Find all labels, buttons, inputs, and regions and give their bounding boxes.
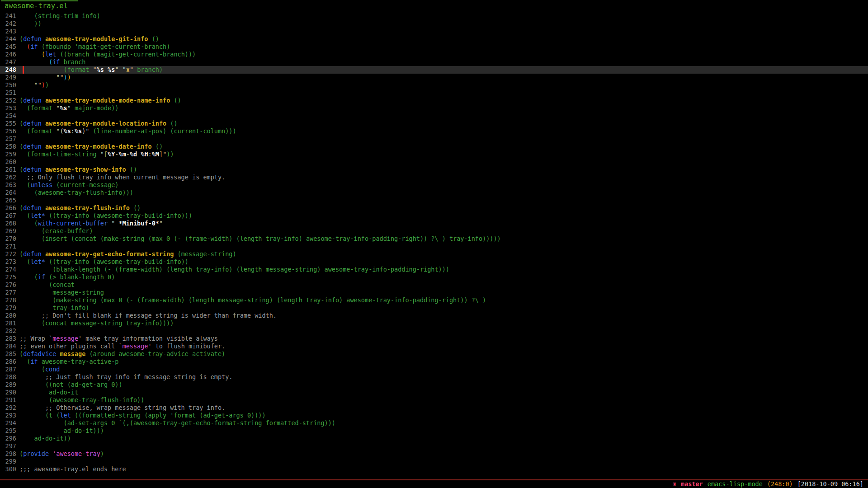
code-text: ;; Wrap `message' make tray information … bbox=[19, 335, 218, 342]
code-text: (if (> blank-length 0) bbox=[19, 273, 115, 281]
code-line[interactable]: 290 ad-do-it bbox=[0, 389, 868, 396]
line-number: 247 bbox=[0, 58, 19, 66]
line-number: 252 bbox=[0, 97, 19, 104]
code-line[interactable]: 249 "")) bbox=[0, 74, 868, 81]
awesome-tray: ♜ master emacs-lisp-mode (248:0) [2018-1… bbox=[0, 480, 868, 488]
code-line[interactable]: 265 bbox=[0, 197, 868, 204]
code-lines[interactable]: 241 (string-trim info)242 ))243244(defun… bbox=[0, 12, 868, 473]
code-line[interactable]: 242 )) bbox=[0, 20, 868, 28]
code-line[interactable]: 268 (with-current-buffer " *Minibuf-0*" bbox=[0, 220, 868, 227]
code-line[interactable]: 272(defun awesome-tray-get-echo-format-s… bbox=[0, 250, 868, 258]
line-number: 268 bbox=[0, 220, 19, 227]
code-line[interactable]: 274 (blank-length (- (frame-width) (leng… bbox=[0, 266, 868, 273]
code-text: (blank-length (- (frame-width) (length t… bbox=[19, 266, 449, 273]
code-line[interactable]: 275 (if (> blank-length 0) bbox=[0, 273, 868, 281]
code-line[interactable]: 264 (awesome-tray-flush-info))) bbox=[0, 189, 868, 197]
code-line[interactable]: 298(provide 'awesome-tray) bbox=[0, 450, 868, 458]
line-number: 271 bbox=[0, 243, 19, 250]
code-line[interactable]: 294 (ad-set-args 0 `(,(awesome-tray-get-… bbox=[0, 419, 868, 427]
code-text: ;; Otherwise, wrap message string with t… bbox=[19, 404, 225, 411]
code-line[interactable]: 297 bbox=[0, 442, 868, 450]
code-line[interactable]: 267 (let* ((tray-info (awesome-tray-buil… bbox=[0, 212, 868, 220]
code-line[interactable]: 285(defadvice message (around awesome-tr… bbox=[0, 350, 868, 358]
code-line[interactable]: 259 (format-time-string "[%Y-%m-%d %H:%M… bbox=[0, 150, 868, 158]
code-line[interactable]: 282 bbox=[0, 327, 868, 335]
code-text: (defun awesome-tray-module-git-info () bbox=[19, 35, 159, 42]
code-line[interactable]: 289 ((not (ad-get-arg 0)) bbox=[0, 381, 868, 389]
line-number: 265 bbox=[0, 197, 19, 204]
code-line[interactable]: 270 (insert (concat (make-string (max 0 … bbox=[0, 235, 868, 243]
code-line[interactable]: 271 bbox=[0, 243, 868, 250]
code-line[interactable]: 244(defun awesome-tray-module-git-info (… bbox=[0, 35, 868, 43]
code-line[interactable]: 250 "")) bbox=[0, 81, 868, 89]
code-line[interactable]: 248 (format "%s %s" "♜" branch) bbox=[0, 66, 868, 74]
code-text: (awesome-tray-flush-info)) bbox=[19, 396, 144, 404]
code-text: (defun awesome-tray-module-date-info () bbox=[19, 143, 163, 150]
code-line[interactable]: 252(defun awesome-tray-module-mode-name-… bbox=[0, 97, 868, 104]
line-number: 275 bbox=[0, 273, 19, 281]
code-line[interactable]: 245 (if (fboundp 'magit-get-current-bran… bbox=[0, 43, 868, 51]
line-number: 263 bbox=[0, 181, 19, 189]
code-text: (ad-set-args 0 `(,(awesome-tray-get-echo… bbox=[19, 419, 335, 427]
code-line[interactable]: 266(defun awesome-tray-flush-info () bbox=[0, 204, 868, 212]
code-line[interactable]: 273 (let* ((tray-info (awesome-tray-buil… bbox=[0, 258, 868, 266]
code-line[interactable]: 286 (if awesome-tray-active-p bbox=[0, 358, 868, 366]
code-line[interactable]: 256 (format "(%s:%s)" (line-number-at-po… bbox=[0, 127, 868, 135]
line-number: 277 bbox=[0, 289, 19, 296]
code-line[interactable]: 296 ad-do-it)) bbox=[0, 435, 868, 442]
code-line[interactable]: 257 bbox=[0, 135, 868, 143]
code-line[interactable]: 263 (unless (current-message) bbox=[0, 181, 868, 189]
code-line[interactable]: 251 bbox=[0, 89, 868, 97]
code-line[interactable]: 288 ;; Just flush tray info if message s… bbox=[0, 373, 868, 381]
code-text: (if branch bbox=[19, 58, 85, 66]
code-line[interactable]: 293 (t (let ((formatted-string (apply 'f… bbox=[0, 412, 868, 419]
code-line[interactable]: 241 (string-trim info) bbox=[0, 12, 868, 20]
code-line[interactable]: 300;;; awesome-tray.el ends here bbox=[0, 465, 868, 473]
code-line[interactable]: 261(defun awesome-tray-show-info () bbox=[0, 166, 868, 174]
line-number: 245 bbox=[0, 43, 19, 51]
code-line[interactable]: 291 (awesome-tray-flush-info)) bbox=[0, 396, 868, 404]
code-line[interactable]: 280 ;; Don't fill blank if message strin… bbox=[0, 312, 868, 319]
code-text: (defun awesome-tray-module-location-info… bbox=[19, 120, 178, 127]
code-line[interactable]: 292 ;; Otherwise, wrap message string wi… bbox=[0, 404, 868, 412]
code-line[interactable]: 269 (erase-buffer) bbox=[0, 227, 868, 235]
code-line[interactable]: 247 (if branch bbox=[0, 58, 868, 66]
code-text: (erase-buffer) bbox=[19, 227, 93, 235]
code-line[interactable]: 278 (make-string (max 0 (- (frame-width)… bbox=[0, 296, 868, 304]
code-text: ad-do-it bbox=[19, 389, 78, 396]
code-text: "")) bbox=[19, 81, 49, 89]
line-number: 290 bbox=[0, 389, 19, 396]
code-line[interactable]: 287 (cond bbox=[0, 366, 868, 373]
code-line[interactable]: 276 (concat bbox=[0, 281, 868, 289]
line-number: 297 bbox=[0, 442, 19, 450]
code-text: (format-time-string "[%Y-%m-%d %H:%M]")) bbox=[19, 150, 174, 158]
code-line[interactable]: 246 (let ((branch (magit-get-current-bra… bbox=[0, 51, 868, 58]
code-line[interactable]: 258(defun awesome-tray-module-date-info … bbox=[0, 143, 868, 150]
line-number: 260 bbox=[0, 158, 19, 166]
line-number: 261 bbox=[0, 166, 19, 174]
code-line[interactable]: 253 (format "%s" major-mode)) bbox=[0, 104, 868, 112]
code-line[interactable]: 254 bbox=[0, 112, 868, 120]
code-line[interactable]: 283;; Wrap `message' make tray informati… bbox=[0, 335, 868, 343]
code-line[interactable]: 279 tray-info) bbox=[0, 304, 868, 312]
vc-branch-icon: ♜ bbox=[673, 480, 676, 488]
code-line[interactable]: 295 ad-do-it))) bbox=[0, 427, 868, 435]
code-text: (concat message-string tray-info)))) bbox=[19, 319, 174, 327]
code-line[interactable]: 255(defun awesome-tray-module-location-i… bbox=[0, 120, 868, 127]
code-line[interactable]: 262 ;; Only flush tray info when current… bbox=[0, 174, 868, 181]
code-line[interactable]: 299 bbox=[0, 458, 868, 465]
git-branch-label: master bbox=[681, 480, 703, 488]
line-number: 262 bbox=[0, 174, 19, 181]
code-line[interactable]: 281 (concat message-string tray-info)))) bbox=[0, 319, 868, 327]
code-line[interactable]: 284;; even other plugins call `message' … bbox=[0, 343, 868, 350]
line-number: 249 bbox=[0, 74, 19, 81]
code-text: (awesome-tray-flush-info))) bbox=[19, 189, 133, 196]
line-number: 294 bbox=[0, 419, 19, 427]
code-line[interactable]: 277 message-string bbox=[0, 289, 868, 296]
code-text: (t (let ((formatted-string (apply 'forma… bbox=[19, 412, 266, 419]
code-text: ;; even other plugins call `message' to … bbox=[19, 343, 225, 350]
line-number: 291 bbox=[0, 396, 19, 404]
code-line[interactable]: 243 bbox=[0, 28, 868, 35]
code-line[interactable]: 260 bbox=[0, 158, 868, 166]
line-number: 251 bbox=[0, 89, 19, 97]
